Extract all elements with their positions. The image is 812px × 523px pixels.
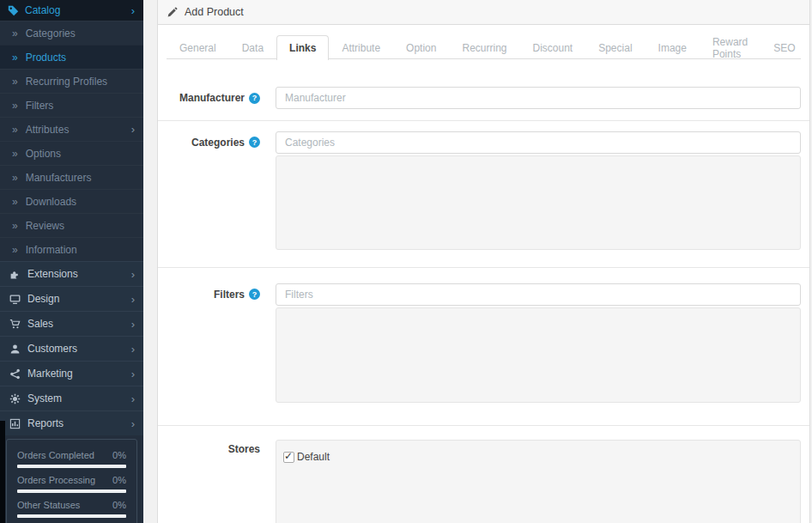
categories-group: Categories ? — [158, 120, 809, 267]
user-icon — [8, 342, 21, 356]
double-arrow-icon — [12, 100, 18, 112]
order-stats-panel: Orders Completed 0% Orders Processing 0%… — [6, 439, 137, 523]
main-content: Add Product General Data Links Attribute… — [143, 0, 812, 523]
tab-design[interactable]: Design — [809, 35, 812, 60]
tab-option[interactable]: Option — [393, 35, 449, 60]
tab-general[interactable]: General — [167, 35, 229, 60]
sidebar-item-reviews[interactable]: Reviews — [0, 213, 143, 237]
progress-bar — [17, 490, 126, 493]
categories-input[interactable] — [276, 131, 801, 154]
cart-icon — [8, 317, 21, 331]
stat-orders-processing: Orders Processing 0% — [17, 475, 126, 493]
sidebar-item-customers[interactable]: Customers › — [0, 336, 143, 361]
chevron-right-icon: › — [131, 344, 135, 355]
sidebar-navigation: Catalog › Categories Products Recurring … — [0, 0, 143, 523]
double-arrow-icon — [12, 196, 18, 208]
tab-image[interactable]: Image — [645, 35, 700, 60]
sidebar-item-marketing[interactable]: Marketing › — [0, 361, 143, 386]
bar-chart-icon — [8, 417, 21, 430]
tags-icon — [8, 5, 19, 16]
sidebar-item-information[interactable]: Information — [0, 237, 143, 261]
add-product-panel: Add Product General Data Links Attribute… — [157, 0, 810, 523]
categories-selected-list[interactable] — [276, 155, 801, 250]
double-arrow-icon — [12, 76, 18, 88]
chevron-right-icon: › — [131, 368, 135, 380]
chevron-right-icon: › — [131, 319, 135, 330]
links-tab-form: Manufacturer ? Categories ? — [158, 59, 809, 523]
sidebar-item-extensions[interactable]: Extensions › — [0, 261, 143, 286]
sidebar-item-options[interactable]: Options — [0, 141, 143, 165]
sidebar-item-sales[interactable]: Sales › — [0, 311, 143, 336]
share-icon — [8, 367, 21, 380]
chevron-right-icon: › — [131, 5, 135, 16]
sidebar-item-products[interactable]: Products — [0, 45, 143, 69]
filters-label: Filters ? — [167, 283, 276, 403]
filters-group: Filters ? — [158, 267, 809, 425]
page-title: Add Product — [185, 6, 244, 18]
stores-label: Stores — [167, 438, 276, 523]
sidebar-item-categories[interactable]: Categories — [0, 21, 143, 45]
stores-group: Stores Default — [158, 425, 809, 523]
sidebar-item-label: Catalog — [25, 4, 131, 16]
double-arrow-icon — [12, 124, 18, 136]
double-arrow-icon — [12, 220, 18, 232]
manufacturer-label: Manufacturer ? — [167, 87, 276, 109]
sidebar-item-downloads[interactable]: Downloads — [0, 189, 143, 213]
checkbox-checked-icon[interactable] — [283, 452, 294, 463]
tab-discount[interactable]: Discount — [520, 35, 586, 60]
tab-links[interactable]: Links — [276, 35, 329, 60]
sidebar-item-reports[interactable]: Reports › — [0, 410, 143, 435]
tab-reward-points[interactable]: Reward Points — [700, 35, 760, 60]
manufacturer-input[interactable] — [276, 87, 801, 109]
filters-input[interactable] — [276, 283, 801, 306]
sidebar-item-catalog[interactable]: Catalog › — [0, 0, 143, 21]
tab-seo[interactable]: SEO — [760, 35, 808, 60]
tab-attribute[interactable]: Attribute — [329, 35, 393, 60]
product-tabs: General Data Links Attribute Option Recu… — [167, 34, 801, 59]
sidebar-item-filters[interactable]: Filters — [0, 93, 143, 117]
puzzle-icon — [8, 267, 21, 281]
tab-recurring[interactable]: Recurring — [449, 35, 519, 60]
chevron-right-icon: › — [131, 269, 135, 280]
tab-special[interactable]: Special — [585, 35, 645, 60]
stat-value: 0% — [112, 500, 126, 510]
sidebar-edge-strip — [0, 421, 5, 523]
manufacturer-group: Manufacturer ? — [158, 59, 809, 120]
sidebar-item-attributes[interactable]: Attributes › — [0, 117, 143, 141]
stat-other-statuses: Other Statuses 0% — [17, 500, 126, 518]
categories-label: Categories ? — [167, 131, 276, 250]
stat-label: Orders Processing — [17, 475, 95, 485]
chevron-right-icon: › — [131, 124, 135, 135]
stat-label: Other Statuses — [17, 500, 80, 510]
sidebar-item-system[interactable]: System › — [0, 386, 143, 410]
panel-heading: Add Product — [158, 0, 809, 25]
question-circle-icon[interactable]: ? — [249, 137, 260, 148]
stores-list: Default — [276, 440, 801, 523]
sidebar-item-manufacturers[interactable]: Manufacturers — [0, 165, 143, 189]
chevron-right-icon: › — [131, 418, 135, 429]
question-circle-icon[interactable]: ? — [249, 93, 260, 104]
progress-bar — [17, 465, 126, 468]
gear-icon — [8, 392, 21, 405]
double-arrow-icon — [12, 27, 18, 40]
sidebar-item-recurring-profiles[interactable]: Recurring Profiles — [0, 69, 143, 93]
chevron-right-icon: › — [131, 393, 135, 404]
store-option-default[interactable]: Default — [283, 451, 793, 463]
filters-selected-list[interactable] — [276, 307, 801, 403]
pencil-icon — [167, 7, 178, 18]
tab-data[interactable]: Data — [229, 35, 276, 60]
double-arrow-icon — [12, 244, 18, 256]
stat-value: 0% — [112, 450, 126, 460]
stat-value: 0% — [112, 475, 126, 485]
monitor-icon — [8, 292, 21, 306]
sidebar-item-design[interactable]: Design › — [0, 286, 143, 311]
double-arrow-icon — [12, 52, 18, 64]
stat-label: Orders Completed — [17, 450, 94, 460]
chevron-right-icon: › — [131, 294, 135, 305]
question-circle-icon[interactable]: ? — [249, 289, 260, 300]
double-arrow-icon — [12, 148, 18, 160]
double-arrow-icon — [12, 172, 18, 184]
progress-bar — [17, 514, 126, 518]
stat-orders-completed: Orders Completed 0% — [17, 450, 126, 468]
